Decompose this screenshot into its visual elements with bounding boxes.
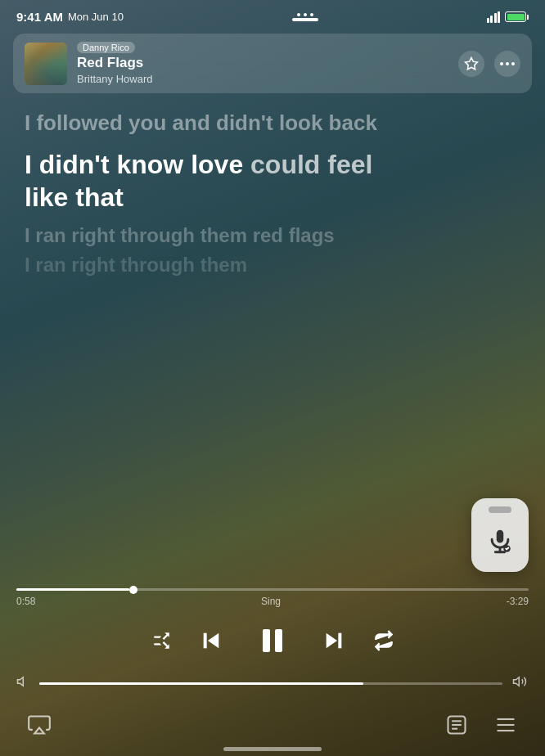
svg-point-2 <box>506 62 509 65</box>
progress-fill <box>16 588 129 591</box>
dot-2 <box>304 13 307 16</box>
lyric-active: I didn't know love could feel like that <box>25 148 520 214</box>
status-time: 9:41 AM <box>16 10 63 24</box>
mic-icon <box>486 528 514 562</box>
volume-track[interactable] <box>39 682 502 685</box>
progress-thumb <box>129 586 137 594</box>
svg-rect-9 <box>204 633 207 649</box>
svg-point-3 <box>511 62 515 65</box>
home-indicator <box>223 747 322 751</box>
track-artist: Brittany Howard <box>77 73 152 85</box>
svg-rect-4 <box>497 530 504 543</box>
track-actions <box>458 51 520 77</box>
lyric-next-2: I ran right through them <box>25 253 520 277</box>
lyric-active-2: could feel <box>250 150 372 179</box>
status-center <box>292 13 318 21</box>
rewind-button[interactable] <box>198 628 224 654</box>
volume-low-icon <box>16 674 31 692</box>
status-right <box>487 11 529 23</box>
volume-area[interactable] <box>0 674 545 704</box>
dot-3 <box>310 13 313 16</box>
lyric-prev: I followed you and didn't look back <box>25 110 520 137</box>
pause-button[interactable] <box>250 619 295 663</box>
svg-marker-16 <box>514 677 520 686</box>
playback-controls <box>0 610 545 674</box>
volume-fill <box>39 682 363 685</box>
progress-remaining: -3:29 <box>507 596 529 607</box>
wifi-icon <box>487 11 501 23</box>
svg-point-1 <box>500 62 503 65</box>
more-button[interactable] <box>494 51 520 77</box>
battery-icon <box>505 11 529 22</box>
track-title: Red Flags <box>77 55 152 71</box>
progress-area[interactable]: 0:58 Sing -3:29 <box>0 588 545 607</box>
svg-rect-13 <box>338 633 341 649</box>
user-bubble: Danny Rico <box>77 42 135 53</box>
svg-marker-12 <box>327 633 337 649</box>
lyric-active-1: I didn't know love <box>25 150 250 179</box>
svg-marker-8 <box>208 633 218 649</box>
fast-forward-button[interactable] <box>321 628 347 654</box>
lyrics-button[interactable] <box>442 710 471 740</box>
svg-rect-11 <box>275 629 282 652</box>
progress-current: 0:58 <box>16 596 35 607</box>
album-art <box>25 43 67 85</box>
status-bar: 9:41 AM Mon Jun 10 <box>0 0 545 27</box>
sing-button[interactable] <box>471 498 529 572</box>
repeat-button[interactable] <box>373 630 394 651</box>
lyric-next-1: I ran right through them red flags <box>25 223 520 248</box>
svg-marker-14 <box>18 677 24 686</box>
status-dots <box>297 13 313 16</box>
track-info: Danny Rico Red Flags Brittany Howard <box>25 42 152 85</box>
status-pill <box>292 18 318 21</box>
dot-1 <box>297 13 300 16</box>
now-playing-card: Danny Rico Red Flags Brittany Howard <box>13 34 532 93</box>
svg-marker-17 <box>34 728 44 734</box>
progress-labels: 0:58 Sing -3:29 <box>16 596 529 607</box>
lyric-active-3: like that <box>25 182 124 212</box>
progress-track[interactable] <box>16 588 529 591</box>
sing-handle <box>489 506 511 513</box>
volume-high-icon <box>511 674 529 692</box>
track-user: Danny Rico <box>77 42 152 53</box>
progress-sing-label: Sing <box>261 596 281 607</box>
bottom-right-actions <box>442 710 520 740</box>
svg-rect-10 <box>263 629 270 652</box>
svg-marker-0 <box>466 57 478 69</box>
queue-button[interactable] <box>491 710 520 740</box>
shuffle-button[interactable] <box>151 630 172 651</box>
star-button[interactable] <box>458 51 484 77</box>
airplay-button[interactable] <box>25 710 54 740</box>
lyrics-area: I followed you and didn't look back I di… <box>0 93 545 588</box>
track-text: Danny Rico Red Flags Brittany Howard <box>77 42 152 85</box>
status-date: Mon Jun 10 <box>68 11 124 23</box>
